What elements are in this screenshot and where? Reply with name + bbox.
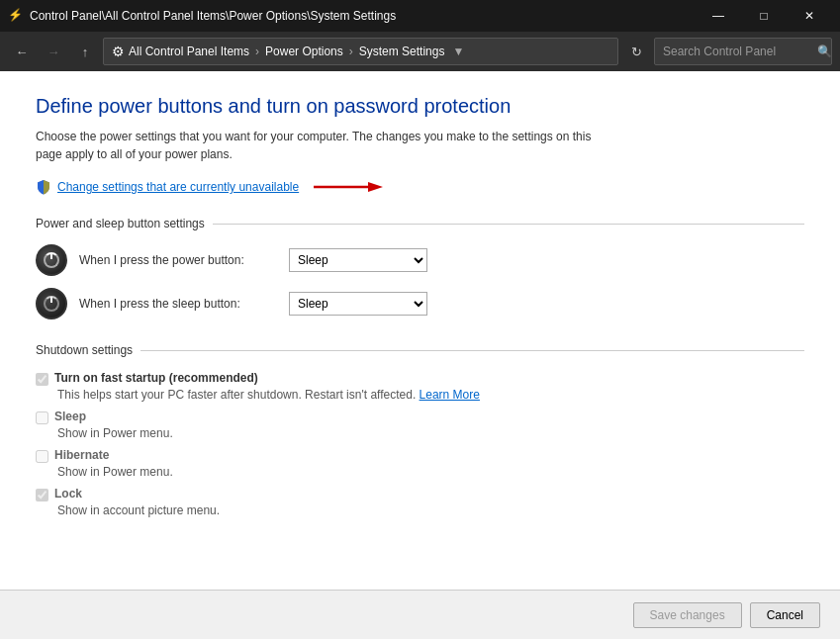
button-settings-section: Power and sleep button settings When I p… bbox=[36, 217, 804, 320]
title-bar: ⚡ Control Panel\All Control Panel Items\… bbox=[0, 0, 840, 32]
breadcrumb-current: System Settings bbox=[359, 45, 445, 58]
svg-marker-1 bbox=[368, 182, 383, 192]
settings-link-row: Change settings that are currently unava… bbox=[36, 177, 804, 197]
refresh-button[interactable]: ↻ bbox=[622, 38, 650, 65]
lock-checkbox-row: Lock bbox=[36, 487, 804, 502]
power-button-icon bbox=[36, 244, 67, 276]
section-divider bbox=[213, 224, 804, 225]
lock-group: Lock Show in account picture menu. bbox=[36, 487, 804, 517]
cancel-button[interactable]: Cancel bbox=[750, 602, 820, 628]
shield-icon bbox=[36, 179, 51, 195]
hibernate-group: Hibernate Show in Power menu. bbox=[36, 448, 804, 479]
fast-startup-sublabel: This helps start your PC faster after sh… bbox=[57, 388, 804, 402]
app-icon: ⚡ bbox=[8, 8, 24, 24]
power-sleep-section-header: Power and sleep button settings bbox=[36, 217, 804, 230]
power-icon-inner bbox=[44, 252, 59, 268]
change-settings-link[interactable]: Change settings that are currently unava… bbox=[57, 180, 299, 194]
minimize-button[interactable]: — bbox=[696, 0, 741, 32]
power-button-label: When I press the power button: bbox=[79, 253, 277, 267]
main-content: Define power buttons and turn on passwor… bbox=[0, 71, 840, 639]
learn-more-link[interactable]: Learn More bbox=[420, 388, 480, 402]
shutdown-section-title: Shutdown settings bbox=[36, 343, 133, 357]
maximize-button[interactable]: □ bbox=[741, 0, 787, 32]
breadcrumb-power-options[interactable]: Power Options bbox=[265, 45, 343, 58]
shutdown-settings-section: Shutdown settings Turn on fast startup (… bbox=[36, 343, 804, 517]
breadcrumb-all-items[interactable]: All Control Panel Items bbox=[129, 45, 249, 58]
search-icon: 🔍 bbox=[817, 45, 832, 58]
sleep-checkbox-row: Sleep bbox=[36, 410, 804, 424]
hibernate-checkbox-row: Hibernate bbox=[36, 448, 804, 463]
power-button-select[interactable]: Sleep Do nothing Hibernate Shut down Tur… bbox=[289, 248, 427, 272]
sleep-group: Sleep Show in Power menu. bbox=[36, 410, 804, 440]
page-title: Define power buttons and turn on passwor… bbox=[36, 95, 804, 118]
sleep-icon-inner bbox=[44, 296, 59, 312]
lock-label: Lock bbox=[54, 487, 82, 501]
lock-sublabel: Show in account picture menu. bbox=[57, 503, 804, 517]
search-box[interactable]: 🔍 bbox=[654, 38, 832, 65]
sleep-button-row: When I press the sleep button: Sleep Do … bbox=[36, 288, 804, 320]
fast-startup-group: Turn on fast startup (recommended) This … bbox=[36, 371, 804, 402]
search-input[interactable] bbox=[663, 45, 811, 58]
window-title: Control Panel\All Control Panel Items\Po… bbox=[30, 9, 696, 23]
red-arrow bbox=[309, 177, 388, 197]
shutdown-section-header: Shutdown settings bbox=[36, 343, 804, 357]
fast-startup-checkbox[interactable] bbox=[36, 373, 48, 386]
window-controls: — □ ✕ bbox=[696, 0, 832, 32]
address-dropdown-icon[interactable]: ▼ bbox=[452, 45, 464, 58]
breadcrumb-icon: ⚙ bbox=[112, 44, 125, 59]
sleep-label: Sleep bbox=[54, 410, 86, 423]
hibernate-sublabel: Show in Power menu. bbox=[57, 465, 804, 479]
fast-startup-row: Turn on fast startup (recommended) bbox=[36, 371, 804, 386]
hibernate-label: Hibernate bbox=[54, 448, 109, 462]
sleep-button-select[interactable]: Sleep Do nothing Hibernate Shut down Tur… bbox=[289, 292, 427, 316]
forward-button[interactable]: → bbox=[40, 38, 67, 65]
back-button[interactable]: ← bbox=[8, 38, 36, 65]
lock-checkbox[interactable] bbox=[36, 489, 48, 502]
save-button[interactable]: Save changes bbox=[633, 602, 742, 628]
sleep-checkbox[interactable] bbox=[36, 411, 48, 424]
address-bar: ← → ↑ ⚙ All Control Panel Items › Power … bbox=[0, 32, 840, 71]
sleep-sublabel: Show in Power menu. bbox=[57, 426, 804, 440]
power-button-row: When I press the power button: Sleep Do … bbox=[36, 244, 804, 276]
breadcrumb-sep-1: › bbox=[255, 45, 259, 58]
content-area: Define power buttons and turn on passwor… bbox=[0, 71, 840, 590]
footer: Save changes Cancel bbox=[0, 590, 840, 639]
sleep-button-label: When I press the sleep button: bbox=[79, 297, 277, 311]
hibernate-checkbox[interactable] bbox=[36, 450, 48, 463]
up-button[interactable]: ↑ bbox=[71, 38, 99, 65]
breadcrumb-sep-2: › bbox=[349, 45, 353, 58]
close-button[interactable]: ✕ bbox=[787, 0, 832, 32]
fast-startup-label: Turn on fast startup (recommended) bbox=[54, 371, 258, 385]
power-sleep-section-title: Power and sleep button settings bbox=[36, 217, 205, 230]
sleep-button-icon bbox=[36, 288, 67, 320]
shutdown-section-divider bbox=[140, 350, 804, 351]
page-description: Choose the power settings that you want … bbox=[36, 128, 609, 163]
address-box[interactable]: ⚙ All Control Panel Items › Power Option… bbox=[103, 38, 618, 65]
